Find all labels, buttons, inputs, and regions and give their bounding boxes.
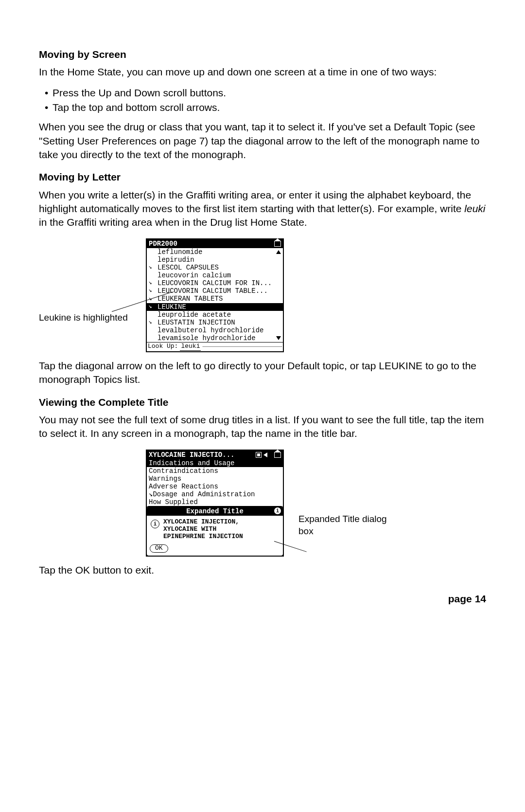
heading-viewing-complete-title: Viewing the Complete Title <box>39 396 486 409</box>
callout-leukine: Leukine is highlighted <box>39 238 146 324</box>
drug-name: LEUCOVORIN CALCIUM TABLE... <box>158 287 268 295</box>
back-arrow-icon[interactable] <box>263 452 267 457</box>
dialog-text: XYLOCAINE WITH <box>163 526 243 533</box>
palm-title-bar[interactable]: XYLOCAINE INJECTIO... <box>147 451 283 459</box>
topic-item[interactable]: ↘Dosage and Administration <box>147 490 283 498</box>
info-icon[interactable]: i <box>274 507 281 514</box>
palm-list: leflunomidelepirudin↘LESCOL CAPSULESleuc… <box>147 248 283 342</box>
dialog-title-bar: Expanded Title i <box>147 507 283 516</box>
para: In the Home State, you can move up and d… <box>39 65 486 79</box>
drug-list-item[interactable]: levalbuterol hydrochloride <box>147 326 283 334</box>
palm-title: XYLOCAINE INJECTIO... <box>149 451 254 459</box>
topic-item[interactable]: Warnings <box>147 475 283 483</box>
info-icon: i <box>151 520 159 528</box>
drug-list-item[interactable]: lepirudin <box>147 256 283 264</box>
topic-item-selected[interactable]: Indications and Usage <box>147 459 283 467</box>
drug-name: levamisole hydrochloride <box>158 334 256 342</box>
callout-expanded-title: Expanded Title dialog box <box>284 450 396 538</box>
callout-text: Expanded Title dialog box <box>298 514 387 537</box>
figure-drug-list: Leukine is highlighted PDR2000 leflunomi… <box>39 238 486 352</box>
diagonal-arrow-icon[interactable]: ↘ <box>148 304 153 310</box>
bullet-item: Tap the top and bottom scroll arrows. <box>52 101 486 114</box>
bullet-list: Press the Up and Down scroll buttons. Ta… <box>39 86 486 115</box>
drug-list-item[interactable]: levamisole hydrochloride <box>147 334 283 342</box>
drug-name: lepirudin <box>158 256 194 264</box>
drug-name: levalbuterol hydrochloride <box>158 326 263 334</box>
heading-moving-by-screen: Moving by Screen <box>39 48 486 61</box>
drug-name: LESCOL CAPSULES <box>158 264 219 271</box>
drug-list-item-selected[interactable]: ↘LEUKINE <box>147 303 283 311</box>
para: Tap the OK button to exit. <box>39 563 486 577</box>
topic-item[interactable]: Adverse Reactions <box>147 483 283 490</box>
drug-list-item[interactable]: leflunomide <box>147 248 283 256</box>
para: Tap the diagonal arrow on the left to go… <box>39 359 486 387</box>
bullet-item: Press the Up and Down scroll buttons. <box>52 86 486 100</box>
drug-list-item[interactable]: leuprolide acetate <box>147 311 283 319</box>
lookup-value[interactable]: leuki <box>180 343 201 351</box>
drug-name: leucovorin calcium <box>158 271 231 279</box>
home-icon[interactable] <box>274 241 281 247</box>
scroll-down-arrow-icon[interactable] <box>276 336 281 340</box>
text: When you write a letter(s) in the Graffi… <box>39 189 471 214</box>
drug-list-item[interactable]: leucovorin calcium <box>147 271 283 279</box>
topic-item[interactable]: Contraindications <box>147 467 283 475</box>
diagonal-arrow-icon[interactable]: ↘ <box>148 319 153 326</box>
heading-moving-by-letter: Moving by Letter <box>39 170 486 184</box>
drug-name: LEUSTATIN INJECTION <box>158 319 235 326</box>
para: When you write a letter(s) in the Graffi… <box>39 188 486 230</box>
drug-list-item[interactable]: ↘LEUCOVORIN CALCIUM FOR IN... <box>147 279 283 287</box>
figure-expanded-title: XYLOCAINE INJECTIO... Indications and Us… <box>39 450 486 557</box>
dialog-title-text: Expanded Title <box>186 507 244 515</box>
text: in the Graffiti writing area when in the… <box>39 217 307 228</box>
lookup-row[interactable]: Look Up: leuki <box>147 342 283 351</box>
home-icon[interactable] <box>274 452 281 458</box>
scroll-up-arrow-icon[interactable] <box>276 250 281 254</box>
note-icon[interactable] <box>256 452 262 458</box>
text-em: leuki <box>464 203 485 214</box>
drug-list-item[interactable]: ↘LEUKERAN TABLETS <box>147 295 283 303</box>
drug-name: leflunomide <box>158 248 202 256</box>
palm-title: PDR2000 <box>149 240 177 248</box>
topic-item[interactable]: How Supplied <box>147 498 283 506</box>
drug-list-item[interactable]: ↘LESCOL CAPSULES <box>147 264 283 271</box>
drug-name: LEUCOVORIN CALCIUM FOR IN... <box>158 279 272 287</box>
drug-name: leuprolide acetate <box>158 311 231 319</box>
dialog-body: i XYLOCAINE INJECTION, XYLOCAINE WITH EP… <box>147 516 283 542</box>
drug-name: LEUKERAN TABLETS <box>158 295 223 303</box>
palm-topic-list: Indications and UsageContraindicationsWa… <box>147 459 283 506</box>
palm-screen-druglist: PDR2000 leflunomidelepirudin↘LESCOL CAPS… <box>146 238 284 352</box>
drug-list-item[interactable]: ↘LEUSTATIN INJECTION <box>147 319 283 326</box>
callout-text: Leukine is highlighted <box>39 312 128 323</box>
palm-title-bar[interactable]: PDR2000 <box>147 239 283 248</box>
ok-button[interactable]: OK <box>150 544 168 553</box>
para: You may not see the full text of some dr… <box>39 413 486 441</box>
diagonal-arrow-icon[interactable]: ↘ <box>148 288 153 294</box>
diagonal-arrow-icon[interactable]: ↘ <box>148 280 153 287</box>
drug-list-item[interactable]: ↘LEUCOVORIN CALCIUM TABLE... <box>147 287 283 295</box>
page-number: page 14 <box>39 592 486 606</box>
lookup-label: Look Up: <box>148 343 178 350</box>
diagonal-arrow-icon[interactable]: ↘ <box>148 264 153 271</box>
drug-name: LEUKINE <box>158 303 186 311</box>
dialog-text: EPINEPHRINE INJECTION <box>163 533 243 541</box>
lookup-dots <box>203 346 282 347</box>
palm-screen-monograph: XYLOCAINE INJECTIO... Indications and Us… <box>146 450 284 557</box>
dialog-text: XYLOCAINE INJECTION, <box>163 519 243 526</box>
expanded-title-dialog: Expanded Title i i XYLOCAINE INJECTION, … <box>146 506 284 557</box>
para: When you see the drug or class that you … <box>39 120 486 162</box>
